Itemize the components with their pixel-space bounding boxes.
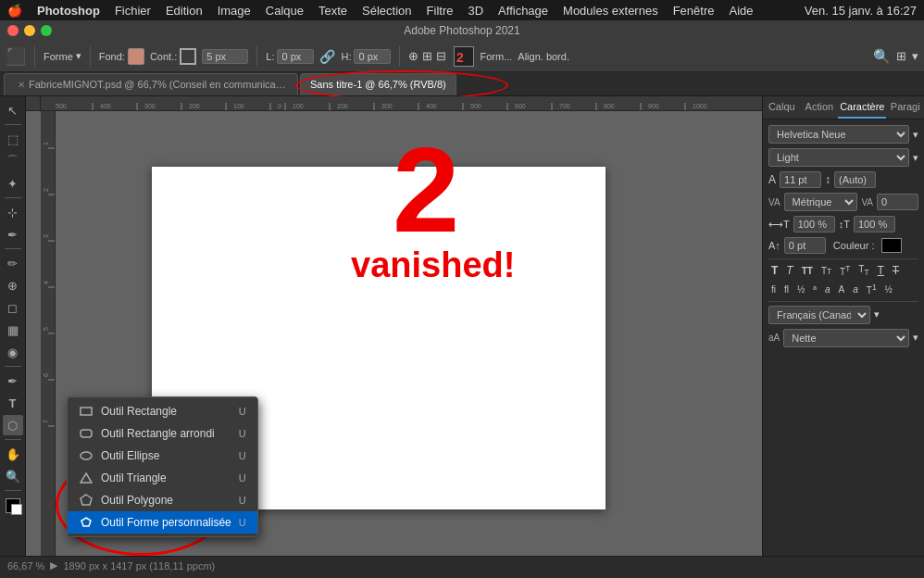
background-color[interactable] bbox=[11, 504, 22, 515]
menu-item-custom-shape[interactable]: Outil Forme personnalisée U bbox=[68, 511, 257, 534]
ot-fl[interactable]: fl bbox=[781, 282, 792, 296]
style-sub[interactable]: TT bbox=[855, 263, 871, 278]
ruler-left: 1 2 3 4 5 6 7 bbox=[41, 111, 56, 556]
font-style-select[interactable]: Light bbox=[768, 148, 909, 167]
rtab-paragi[interactable]: Paragi bbox=[886, 96, 924, 119]
app-name[interactable]: Photoshop bbox=[37, 4, 100, 18]
menu-edition[interactable]: Edition bbox=[166, 4, 203, 18]
shape-tool[interactable]: ⬡ bbox=[3, 415, 23, 435]
workspace-icon[interactable]: ⊞ bbox=[896, 49, 906, 63]
menu-fenetre[interactable]: Fenêtre bbox=[673, 4, 715, 18]
gradient-tool[interactable]: ▦ bbox=[3, 320, 23, 340]
menu-affichage[interactable]: Affichage bbox=[498, 4, 548, 18]
menu-modules[interactable]: Modules externes bbox=[563, 4, 658, 18]
crop-tool[interactable]: ⊹ bbox=[3, 202, 23, 222]
magic-wand-tool[interactable]: ✦ bbox=[3, 173, 23, 194]
align-bord-item: Align. bord. bbox=[518, 51, 569, 62]
ot-swash[interactable]: a bbox=[822, 282, 833, 296]
menu-item-triangle[interactable]: Outil Triangle U bbox=[68, 467, 257, 489]
ot-super[interactable]: T1 bbox=[864, 282, 880, 296]
height-item: H: bbox=[341, 49, 391, 64]
font-size-input[interactable] bbox=[780, 171, 821, 188]
stroke-size-input[interactable] bbox=[202, 49, 248, 64]
menu-aide[interactable]: Aide bbox=[729, 4, 753, 18]
ot-titling[interactable]: A bbox=[836, 282, 848, 296]
menu-item-rectangle-shortcut: U bbox=[239, 406, 246, 417]
dodge-tool[interactable]: ◉ bbox=[3, 342, 23, 362]
lasso-tool[interactable]: ⌒ bbox=[3, 151, 23, 171]
hand-tool[interactable]: ✋ bbox=[3, 444, 23, 464]
scale-v-input[interactable] bbox=[854, 216, 895, 232]
ot-frac[interactable]: ½ bbox=[794, 282, 807, 296]
ot-contextual[interactable]: a bbox=[850, 282, 861, 296]
minimize-button[interactable] bbox=[24, 25, 35, 36]
svg-text:500: 500 bbox=[56, 103, 67, 109]
ot-half[interactable]: ½ bbox=[882, 282, 895, 296]
zoom-tool[interactable]: 🔍 bbox=[3, 466, 23, 486]
tracking-input[interactable] bbox=[877, 194, 918, 210]
style-bold[interactable]: T bbox=[768, 263, 780, 278]
rtab-action[interactable]: Action bbox=[801, 96, 839, 119]
ot-ordn[interactable]: ª bbox=[810, 282, 819, 296]
menu-calque[interactable]: Calque bbox=[266, 4, 304, 18]
kerning-select[interactable]: Métrique bbox=[784, 193, 858, 211]
tab-close-1[interactable]: ✕ bbox=[18, 80, 25, 90]
move-tool[interactable]: ↖ bbox=[3, 100, 23, 120]
scale-h-input[interactable] bbox=[793, 216, 835, 232]
fond-color-swatch[interactable] bbox=[128, 48, 144, 65]
tab-sans-titre[interactable]: Sans titre-1 @ 66,7% (RVB/8) bbox=[300, 73, 456, 95]
svg-text:3: 3 bbox=[43, 234, 49, 238]
rtab-calque[interactable]: Calqu bbox=[763, 96, 801, 119]
language-select[interactable]: Français (Canada) bbox=[768, 306, 870, 324]
menu-item-polygon[interactable]: Outil Polygone U bbox=[68, 489, 257, 511]
menu-texte[interactable]: Texte bbox=[318, 4, 347, 18]
distribute-icon[interactable]: ⊟ bbox=[436, 49, 446, 63]
arrow-icon[interactable]: ▾ bbox=[912, 49, 918, 63]
brush-tool[interactable]: ✏ bbox=[3, 253, 23, 273]
align-icon[interactable]: ⊞ bbox=[422, 49, 432, 63]
menu-item-rectangle[interactable]: Outil Rectangle U bbox=[68, 400, 257, 422]
style-smallcaps[interactable]: TT bbox=[818, 263, 834, 278]
rtab-caractere[interactable]: Caractère bbox=[838, 96, 886, 119]
eyedropper-tool[interactable]: ✒ bbox=[3, 224, 23, 245]
select-tool[interactable]: ⬚ bbox=[3, 129, 23, 149]
cont-color-swatch[interactable] bbox=[180, 48, 196, 65]
warp-icon[interactable]: ⊕ bbox=[408, 49, 418, 63]
stamp-tool[interactable]: ⊕ bbox=[3, 275, 23, 295]
type-tool[interactable]: T bbox=[3, 393, 23, 413]
menu-filtre[interactable]: Filtre bbox=[427, 4, 454, 18]
menu-fichier[interactable]: Fichier bbox=[115, 4, 151, 18]
right-panel: Calqu Action Caractère Paragi Helvetica … bbox=[762, 96, 924, 556]
maximize-button[interactable] bbox=[41, 25, 52, 36]
menu-item-rounded-rect[interactable]: Outil Rectangle arrondi U bbox=[68, 422, 257, 445]
baseline-row: A↑ Couleur : bbox=[768, 237, 918, 254]
tab-fabricemignot[interactable]: ✕ FabriceMIGNOT.psd @ 66,7% (Conseil en … bbox=[4, 73, 298, 95]
shape-selector[interactable]: Forme ▾ bbox=[44, 50, 81, 62]
pen-tool[interactable]: ✒ bbox=[3, 371, 23, 391]
color-swatch[interactable] bbox=[881, 238, 902, 253]
baseline-input[interactable] bbox=[784, 237, 826, 254]
style-strikethrough[interactable]: T bbox=[890, 263, 902, 278]
antialiasing-select[interactable]: Nette bbox=[783, 329, 909, 347]
width-input[interactable] bbox=[277, 49, 314, 64]
height-input[interactable] bbox=[354, 49, 391, 64]
search-icon[interactable]: 🔍 bbox=[873, 48, 891, 65]
menu-image[interactable]: Image bbox=[218, 4, 251, 18]
font-family-select[interactable]: Helvetica Neue bbox=[768, 125, 909, 144]
ot-fi[interactable]: fi bbox=[768, 282, 779, 296]
style-italic[interactable]: T bbox=[783, 263, 795, 278]
eraser-tool[interactable]: ◻ bbox=[3, 297, 23, 318]
link-icon[interactable]: 🔗 bbox=[319, 49, 335, 64]
foreground-color[interactable] bbox=[6, 498, 20, 513]
style-caps[interactable]: TT bbox=[799, 263, 816, 278]
close-button[interactable] bbox=[7, 25, 19, 36]
style-super[interactable]: TT bbox=[837, 263, 853, 278]
style-underline[interactable]: T bbox=[875, 263, 887, 278]
menu-selection[interactable]: Sélection bbox=[362, 4, 411, 18]
apple-menu[interactable]: 🍎 bbox=[7, 4, 22, 18]
stroke-size[interactable] bbox=[202, 49, 248, 64]
menu-3d[interactable]: 3D bbox=[468, 4, 483, 18]
canvas-area[interactable]: 1 2 3 4 5 6 7 bbox=[41, 111, 762, 556]
menu-item-ellipse[interactable]: Outil Ellipse U bbox=[68, 445, 257, 467]
leading-input[interactable] bbox=[834, 171, 876, 188]
